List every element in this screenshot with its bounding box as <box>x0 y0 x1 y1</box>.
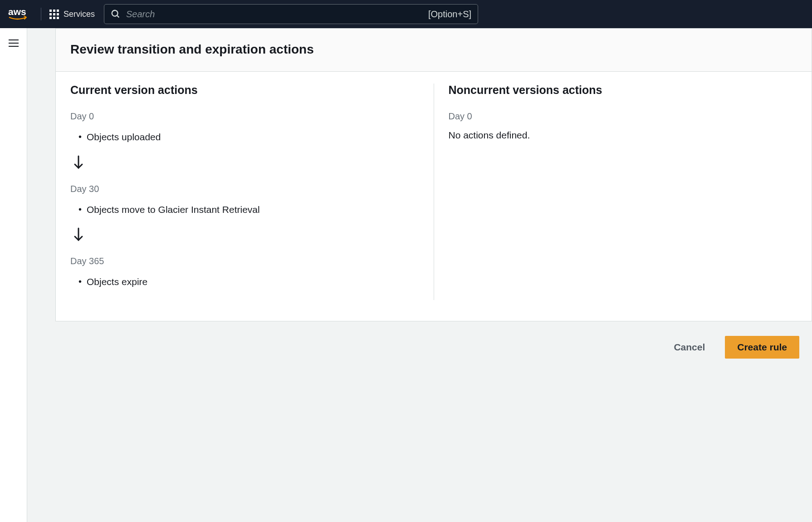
cancel-button[interactable]: Cancel <box>665 336 714 358</box>
services-label: Services <box>64 10 95 19</box>
hamburger-icon <box>9 39 19 47</box>
day-label: Day 365 <box>70 256 419 266</box>
action-item: Objects move to Glacier Instant Retrieva… <box>78 202 419 217</box>
day-label: Day 0 <box>70 111 419 122</box>
nav-divider <box>41 8 41 20</box>
grid-icon <box>49 10 59 19</box>
aws-logo[interactable]: aws <box>8 0 33 28</box>
svg-text:aws: aws <box>8 7 26 17</box>
action-item: Objects expire <box>78 275 419 289</box>
content-area: Review transition and expiration actions… <box>27 28 812 522</box>
action-list: Objects move to Glacier Instant Retrieva… <box>70 202 419 217</box>
menu-toggle-button[interactable] <box>6 36 21 50</box>
svg-line-2 <box>117 15 119 18</box>
noncurrent-version-column: Noncurrent versions actions Day 0 No act… <box>434 84 797 300</box>
footer-actions: Cancel Create rule <box>27 334 812 359</box>
search-icon <box>111 9 121 19</box>
day-label: Day 0 <box>449 111 797 122</box>
current-version-column: Current version actions Day 0 Objects up… <box>70 84 434 300</box>
arrow-down-icon <box>73 227 419 243</box>
services-button[interactable]: Services <box>49 10 95 19</box>
current-version-heading: Current version actions <box>70 84 419 97</box>
noncurrent-version-heading: Noncurrent versions actions <box>449 84 797 97</box>
day-label: Day 30 <box>70 184 419 194</box>
top-nav: aws Services [Option+S] <box>0 0 812 28</box>
search-box[interactable]: [Option+S] <box>104 4 478 24</box>
panel-header: Review transition and expiration actions <box>56 28 812 72</box>
svg-point-1 <box>112 10 118 16</box>
create-rule-button[interactable]: Create rule <box>725 336 799 359</box>
arrow-down-icon <box>73 155 419 171</box>
side-rail <box>0 28 27 522</box>
review-panel: Review transition and expiration actions… <box>55 28 812 321</box>
action-list: Objects expire <box>70 275 419 289</box>
action-list: Objects uploaded <box>70 130 419 144</box>
search-input[interactable] <box>126 9 423 20</box>
no-actions-text: No actions defined. <box>449 130 797 141</box>
action-item: Objects uploaded <box>78 130 419 144</box>
panel-title: Review transition and expiration actions <box>70 42 797 57</box>
search-shortcut: [Option+S] <box>428 9 471 20</box>
